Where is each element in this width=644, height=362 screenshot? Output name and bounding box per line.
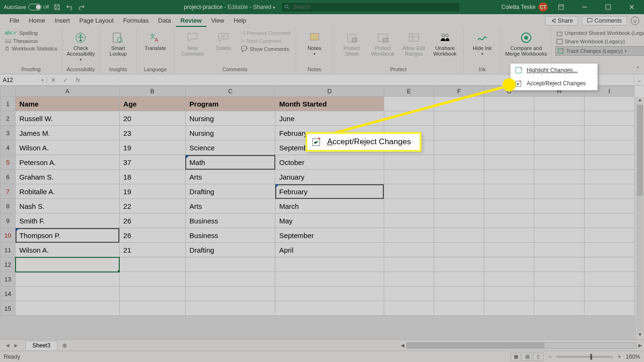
column-header-C[interactable]: C (185, 86, 275, 97)
cell[interactable]: Program (185, 97, 275, 111)
show-comments-button[interactable]: 💬 Show Comments (240, 45, 292, 52)
cell[interactable]: Peterson A. (16, 155, 119, 170)
sheet-tab[interactable]: Sheet3 (25, 341, 58, 350)
close-icon[interactable] (621, 0, 642, 14)
scroll-track[interactable] (406, 342, 636, 349)
row-header[interactable]: 9 (0, 214, 16, 228)
cell[interactable]: May (275, 214, 384, 228)
cell[interactable] (434, 228, 484, 243)
tab-data[interactable]: Data (153, 15, 175, 27)
cell[interactable] (484, 301, 534, 316)
cell[interactable] (275, 272, 384, 287)
cell[interactable] (534, 199, 584, 214)
name-box[interactable]: A12▾ (0, 77, 47, 83)
ribbon-display-icon[interactable] (551, 0, 571, 14)
column-header-A[interactable]: A (16, 86, 119, 97)
cell[interactable] (584, 111, 634, 126)
cell[interactable] (534, 214, 584, 228)
check-accessibility-button[interactable]: Check Accessibility▾ (66, 29, 95, 62)
cell[interactable] (584, 228, 634, 243)
cell[interactable] (119, 287, 185, 301)
select-all-corner[interactable] (0, 86, 16, 97)
cell[interactable]: 19 (119, 184, 185, 199)
cell[interactable] (16, 272, 119, 287)
cell[interactable]: Arts (185, 170, 275, 184)
row-header[interactable]: 15 (0, 301, 16, 316)
cell[interactable]: Wilson A. (16, 243, 119, 257)
workbook-stats-button[interactable]: 🗒Workbook Statistics (4, 45, 58, 52)
row-header[interactable]: 6 (0, 170, 16, 184)
cell[interactable] (534, 272, 584, 287)
cell[interactable]: Smith F. (16, 214, 119, 228)
cell[interactable] (434, 272, 484, 287)
cell[interactable] (484, 228, 534, 243)
cell[interactable]: Wilson A. (16, 140, 119, 155)
maximize-icon[interactable] (598, 0, 619, 14)
cell[interactable] (16, 301, 119, 316)
row-header[interactable]: 8 (0, 199, 16, 214)
vertical-scrollbar[interactable]: ▲ ▼ (636, 97, 644, 339)
cell[interactable] (434, 257, 484, 272)
comments-button[interactable]: Comments (582, 16, 627, 25)
row-header[interactable]: 4 (0, 140, 16, 155)
sheet-nav-next-icon[interactable]: ► (13, 342, 19, 349)
cell[interactable]: October (275, 155, 384, 170)
cell[interactable] (584, 170, 634, 184)
cell[interactable] (584, 243, 634, 257)
cell[interactable]: Arts (185, 199, 275, 214)
cell[interactable]: 18 (119, 170, 185, 184)
zoom-in-icon[interactable]: + (618, 354, 621, 360)
next-comment-button[interactable]: ▷ Next Comment (240, 37, 292, 44)
tab-help[interactable]: Help (229, 15, 251, 27)
cell[interactable] (534, 257, 584, 272)
scroll-up-icon[interactable]: ▲ (636, 97, 644, 105)
horizontal-scrollbar[interactable]: ◄ ► (399, 342, 644, 349)
cell[interactable] (584, 199, 634, 214)
page-break-icon[interactable]: ▯ (533, 353, 544, 361)
cell[interactable]: 22 (119, 199, 185, 214)
cell[interactable] (584, 301, 634, 316)
cell[interactable] (275, 287, 384, 301)
scroll-right-icon[interactable]: ► (636, 342, 644, 349)
cell[interactable]: Nursing (185, 126, 275, 140)
feedback-icon[interactable]: ☺ (631, 16, 639, 25)
cell[interactable] (384, 301, 434, 316)
cell[interactable] (534, 140, 584, 155)
cell[interactable] (185, 287, 275, 301)
cell[interactable]: Business (185, 228, 275, 243)
cell[interactable]: Russell W. (16, 111, 119, 126)
cell[interactable] (434, 287, 484, 301)
cell[interactable]: Nash S. (16, 199, 119, 214)
cell[interactable]: 19 (119, 140, 185, 155)
allow-edit-ranges-button[interactable]: Allow Edit Ranges (399, 29, 429, 57)
cell[interactable] (484, 257, 534, 272)
cell[interactable] (275, 301, 384, 316)
cell[interactable]: Age (119, 97, 185, 111)
cancel-formula-icon[interactable]: ✕ (47, 77, 59, 83)
cell[interactable] (584, 214, 634, 228)
cell[interactable]: Graham S. (16, 170, 119, 184)
highlight-changes-item[interactable]: Highlight Changes... (511, 64, 597, 77)
scroll-down-icon[interactable]: ▼ (636, 332, 644, 339)
row-header[interactable]: 13 (0, 272, 16, 287)
cell[interactable] (384, 184, 434, 199)
cell[interactable] (584, 272, 634, 287)
cell[interactable] (534, 155, 584, 170)
search-box[interactable] (281, 2, 460, 12)
cell[interactable] (384, 155, 434, 170)
user-avatar[interactable]: CT (538, 2, 548, 12)
spelling-button[interactable]: abc✓Spelling (4, 29, 58, 36)
cell[interactable] (534, 97, 584, 111)
new-comment-button[interactable]: New Comment (178, 29, 207, 57)
add-sheet-icon[interactable]: ⊕ (58, 342, 72, 349)
protect-workbook-button[interactable]: Protect Workbook (368, 29, 397, 57)
cell[interactable] (434, 214, 484, 228)
scroll-track[interactable] (637, 105, 643, 332)
cell[interactable] (434, 155, 484, 170)
cell[interactable] (119, 272, 185, 287)
cell[interactable]: 26 (119, 228, 185, 243)
track-changes-button[interactable]: Track Changes (Legacy) ▾ (555, 46, 644, 56)
cell[interactable] (534, 184, 584, 199)
cell[interactable]: Drafting (185, 243, 275, 257)
cell[interactable]: March (275, 199, 384, 214)
